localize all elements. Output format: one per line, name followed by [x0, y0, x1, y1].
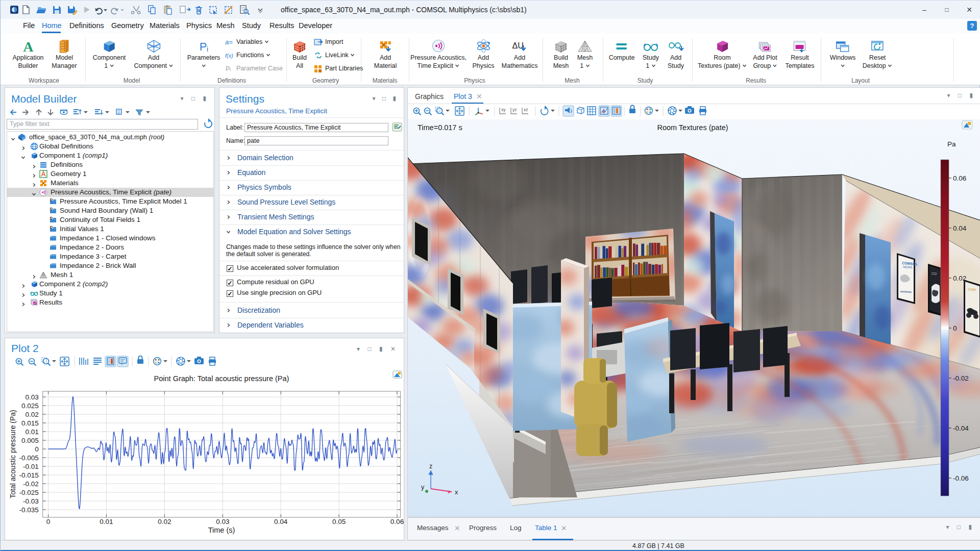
svg-text:xy: xy — [501, 107, 506, 112]
svg-text:yz: yz — [512, 107, 517, 112]
svg-text:Point Graph: Total acoustic pr: Point Graph: Total acoustic pressure (Pa… — [154, 374, 289, 383]
svg-text:Time=0.017 s: Time=0.017 s — [418, 123, 462, 132]
svg-text:-0.01: -0.01 — [23, 463, 39, 470]
svg-text:P: P — [200, 40, 207, 53]
svg-text:Pi: Pi — [226, 65, 231, 72]
svg-text:Room Textures (pate): Room Textures (pate) — [657, 123, 728, 132]
svg-text:a=: a= — [225, 38, 233, 46]
svg-text:D: D — [50, 197, 53, 202]
svg-text:0.06: 0.06 — [953, 174, 966, 182]
svg-text:-0.025: -0.025 — [19, 489, 38, 496]
svg-text:D: D — [50, 225, 53, 230]
svg-text:0.025: 0.025 — [21, 402, 39, 410]
svg-text:A: A — [23, 39, 34, 53]
svg-text:0: 0 — [35, 445, 39, 453]
svg-text:0: 0 — [46, 518, 51, 525]
svg-text:x: x — [455, 489, 458, 496]
svg-text:-0.015: -0.015 — [19, 471, 38, 479]
svg-text:D: D — [50, 216, 53, 220]
svg-text:0.01: 0.01 — [100, 518, 113, 525]
svg-text:xz: xz — [524, 107, 528, 112]
svg-text:-0.035: -0.035 — [19, 506, 38, 514]
svg-text:Pa: Pa — [947, 140, 956, 148]
svg-text:Time (s): Time (s) — [208, 526, 235, 534]
svg-text:0.01: 0.01 — [25, 428, 38, 436]
svg-text:f(x): f(x) — [225, 53, 233, 59]
svg-text:-0.02: -0.02 — [953, 374, 969, 382]
svg-text:-0.03: -0.03 — [23, 497, 39, 505]
svg-text:-0.005: -0.005 — [19, 454, 38, 462]
svg-text:-0.04: -0.04 — [953, 424, 969, 432]
svg-text:i: i — [207, 44, 208, 53]
svg-text:0.02: 0.02 — [25, 411, 38, 418]
svg-text:-0.06: -0.06 — [953, 474, 969, 482]
svg-text:0.06: 0.06 — [390, 518, 404, 525]
svg-text:-0.02: -0.02 — [23, 480, 39, 488]
svg-text:COM: COM — [968, 287, 976, 291]
svg-text:0.05: 0.05 — [332, 518, 346, 525]
svg-text:0.03: 0.03 — [216, 518, 229, 525]
svg-text:0.04: 0.04 — [274, 518, 288, 525]
svg-text:0.02: 0.02 — [158, 518, 171, 525]
svg-text:Total acoustic pressure (Pa): Total acoustic pressure (Pa) — [9, 410, 17, 498]
svg-text:y: y — [421, 484, 425, 491]
svg-text:D: D — [50, 207, 53, 211]
svg-text:0.04: 0.04 — [953, 224, 967, 232]
svg-text:z: z — [429, 463, 432, 470]
svg-text:0.015: 0.015 — [21, 419, 39, 427]
svg-text:0.005: 0.005 — [21, 437, 39, 444]
svg-text:0: 0 — [953, 324, 957, 332]
svg-text:0.03: 0.03 — [25, 393, 38, 401]
svg-text:NEWS: NEWS — [903, 265, 912, 269]
svg-text:0.02: 0.02 — [953, 274, 966, 282]
svg-text:CO: CO — [932, 271, 937, 276]
